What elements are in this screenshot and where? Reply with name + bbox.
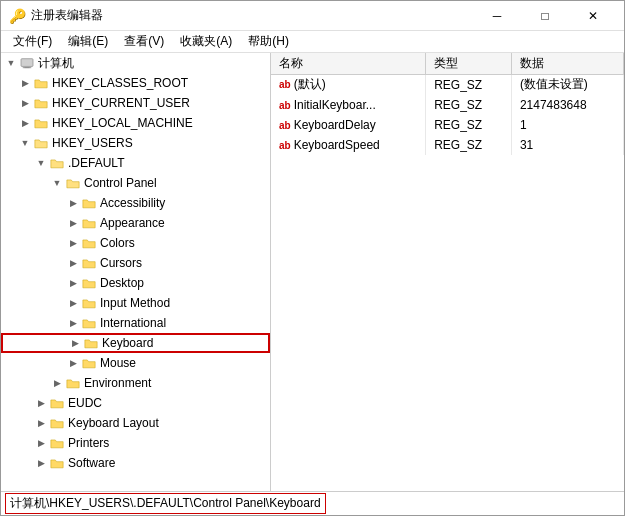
table-row[interactable]: ab(默认)REG_SZ(数值未设置) (271, 75, 624, 95)
col-type-header[interactable]: 类型 (426, 53, 512, 75)
printers-label: Printers (68, 436, 109, 450)
minimize-button[interactable]: ─ (474, 1, 520, 31)
expand-colors-icon[interactable]: ▶ (65, 233, 81, 253)
expand-cp-icon[interactable]: ▼ (49, 173, 65, 193)
reg-data-cell: (数值未设置) (511, 75, 623, 95)
kbd-label: Keyboard (102, 336, 153, 350)
reg-value-icon: ab (279, 120, 291, 131)
expand-default-icon[interactable]: ▼ (33, 153, 49, 173)
close-button[interactable]: ✕ (570, 1, 616, 31)
folder-desktop-icon (81, 275, 97, 291)
tree-item-hkcu[interactable]: ▶ HKEY_CURRENT_USER (1, 93, 270, 113)
main-content: ▼ 计算机 ▶ HKEY_CLASSES_ROOT (1, 53, 624, 491)
kbl-label: Keyboard Layout (68, 416, 159, 430)
maximize-button[interactable]: □ (522, 1, 568, 31)
tree-item-default[interactable]: ▼ .DEFAULT (1, 153, 270, 173)
expand-intl-icon[interactable]: ▶ (65, 313, 81, 333)
folder-intl-icon (81, 315, 97, 331)
expand-acc-icon[interactable]: ▶ (65, 193, 81, 213)
folder-acc-icon (81, 195, 97, 211)
tree-item-cursors[interactable]: ▶ Cursors (1, 253, 270, 273)
menu-item-e[interactable]: 编辑(E) (60, 31, 116, 52)
tree-root[interactable]: ▼ 计算机 (1, 53, 270, 73)
menu-item-f[interactable]: 文件(F) (5, 31, 60, 52)
app-icon: 🔑 (9, 8, 25, 24)
tree-pane[interactable]: ▼ 计算机 ▶ HKEY_CLASSES_ROOT (1, 53, 271, 491)
expand-hkcu-icon[interactable]: ▶ (17, 93, 33, 113)
menu-item-h[interactable]: 帮助(H) (240, 31, 297, 52)
tree-item-hklm[interactable]: ▶ HKEY_LOCAL_MACHINE (1, 113, 270, 133)
tree-item-colors[interactable]: ▶ Colors (1, 233, 270, 253)
reg-data-cell: 2147483648 (511, 95, 623, 115)
reg-data-cell: 1 (511, 115, 623, 135)
tree-item-hkcr[interactable]: ▶ HKEY_CLASSES_ROOT (1, 73, 270, 93)
folder-mouse-icon (81, 355, 97, 371)
folder-cp-icon (65, 175, 81, 191)
expand-hklm-icon[interactable]: ▶ (17, 113, 33, 133)
folder-printers-icon (49, 435, 65, 451)
tree-item-desktop[interactable]: ▶ Desktop (1, 273, 270, 293)
expand-kbl-icon[interactable]: ▶ (33, 413, 49, 433)
hku-label: HKEY_USERS (52, 136, 133, 150)
folder-hkcu-icon (33, 95, 49, 111)
tree-item-kblayout[interactable]: ▶ Keyboard Layout (1, 413, 270, 433)
svg-rect-2 (23, 67, 32, 68)
hklm-label: HKEY_LOCAL_MACHINE (52, 116, 193, 130)
expand-app-icon[interactable]: ▶ (65, 213, 81, 233)
desktop-label: Desktop (100, 276, 144, 290)
menu-item-a[interactable]: 收藏夹(A) (172, 31, 240, 52)
folder-cursors-icon (81, 255, 97, 271)
root-label: 计算机 (38, 55, 74, 72)
tree-item-eudc[interactable]: ▶ EUDC (1, 393, 270, 413)
expand-eudc-icon[interactable]: ▶ (33, 393, 49, 413)
col-name-header[interactable]: 名称 (271, 53, 426, 75)
expand-kbd-icon[interactable]: ▶ (67, 333, 83, 353)
window-title: 注册表编辑器 (31, 7, 474, 24)
status-path: 计算机\HKEY_USERS\.DEFAULT\Control Panel\Ke… (5, 493, 326, 514)
expand-icon[interactable]: ▼ (3, 53, 19, 73)
colors-label: Colors (100, 236, 135, 250)
mouse-label: Mouse (100, 356, 136, 370)
folder-eudc-icon (49, 395, 65, 411)
menu-bar: 文件(F)编辑(E)查看(V)收藏夹(A)帮助(H) (1, 31, 624, 53)
tree-item-printers[interactable]: ▶ Printers (1, 433, 270, 453)
reg-name-cell: abInitialKeyboar... (271, 95, 426, 115)
tree-item-control-panel[interactable]: ▼ Control Panel (1, 173, 270, 193)
reg-type-cell: REG_SZ (426, 115, 512, 135)
hkcu-label: HKEY_CURRENT_USER (52, 96, 190, 110)
eudc-label: EUDC (68, 396, 102, 410)
table-row[interactable]: abInitialKeyboar...REG_SZ2147483648 (271, 95, 624, 115)
intl-label: International (100, 316, 166, 330)
expand-env-icon[interactable]: ▶ (49, 373, 65, 393)
tree-item-hku[interactable]: ▼ HKEY_USERS (1, 133, 270, 153)
expand-printers-icon[interactable]: ▶ (33, 433, 49, 453)
expand-im-icon[interactable]: ▶ (65, 293, 81, 313)
sw-label: Software (68, 456, 115, 470)
table-row[interactable]: abKeyboardSpeedREG_SZ31 (271, 135, 624, 155)
expand-cursors-icon[interactable]: ▶ (65, 253, 81, 273)
tree-item-mouse[interactable]: ▶ Mouse (1, 353, 270, 373)
reg-value-icon: ab (279, 79, 291, 90)
tree-item-input-method[interactable]: ▶ Input Method (1, 293, 270, 313)
appearance-label: Appearance (100, 216, 165, 230)
registry-table[interactable]: 名称 类型 数据 ab(默认)REG_SZ(数值未设置)abInitialKey… (271, 53, 624, 491)
table-row[interactable]: abKeyboardDelayREG_SZ1 (271, 115, 624, 135)
cursors-label: Cursors (100, 256, 142, 270)
folder-hklm-icon (33, 115, 49, 131)
tree-item-accessibility[interactable]: ▶ Accessibility (1, 193, 270, 213)
folder-app-icon (81, 215, 97, 231)
expand-hkcr-icon[interactable]: ▶ (17, 73, 33, 93)
folder-hku-icon (33, 135, 49, 151)
tree-item-keyboard[interactable]: ▶ Keyboard (1, 333, 270, 353)
tree-item-software[interactable]: ▶ Software (1, 453, 270, 473)
expand-mouse-icon[interactable]: ▶ (65, 353, 81, 373)
expand-hku-icon[interactable]: ▼ (17, 133, 33, 153)
reg-name-cell: abKeyboardDelay (271, 115, 426, 135)
col-data-header[interactable]: 数据 (511, 53, 623, 75)
tree-item-international[interactable]: ▶ International (1, 313, 270, 333)
expand-sw-icon[interactable]: ▶ (33, 453, 49, 473)
tree-item-appearance[interactable]: ▶ Appearance (1, 213, 270, 233)
menu-item-v[interactable]: 查看(V) (116, 31, 172, 52)
tree-item-environment[interactable]: ▶ Environment (1, 373, 270, 393)
expand-desktop-icon[interactable]: ▶ (65, 273, 81, 293)
